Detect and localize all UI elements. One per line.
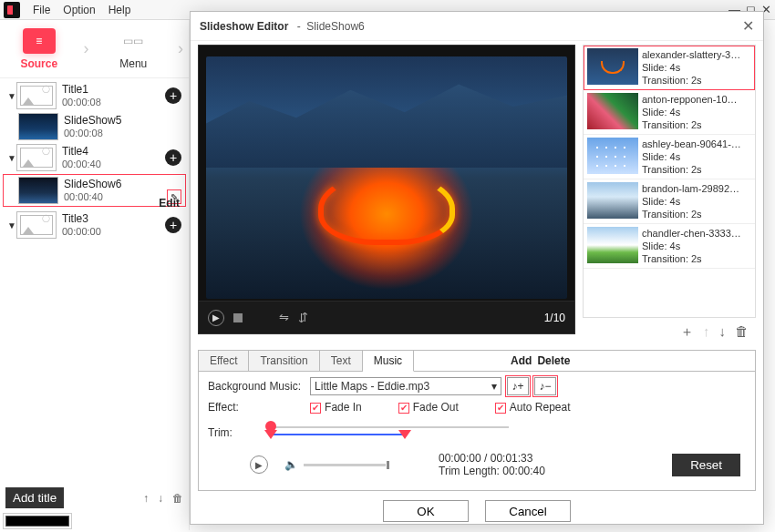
disclosure-icon[interactable]: ▼ [7,153,16,163]
slide-transition: Transition: 2s [642,252,741,265]
tab-music[interactable]: Music [363,351,414,372]
source-time: 00:00:40 [64,190,121,203]
effect-label: Effect: [208,401,301,414]
menu-help[interactable]: Help [108,4,131,16]
trim-slider[interactable] [242,419,746,446]
source-title-row[interactable]: ▼ Title4 00:00:40 + [4,142,185,173]
fade-out-checkbox[interactable]: ✔Fade Out [398,401,459,414]
slide-transition: Transition: 2s [642,74,740,87]
menu-file[interactable]: File [33,4,50,16]
add-delete-annotation: Add Delete [511,351,570,371]
preview-pane: ▶ ⇋ ⇵ 1/10 [198,45,575,346]
settings-tabs: Effect Transition Text Music Add Delete [199,351,755,372]
dialog-titlebar: Slideshow Editor - SlideShow6 ✕ [191,12,763,41]
tab-arrow-icon: › [78,20,95,77]
slide-thumb [587,93,638,129]
source-time: 00:00:40 [62,158,101,170]
slide-duration: Slide: 4s [642,106,738,118]
slide-counter: 1/10 [544,312,565,324]
move-down-icon[interactable]: ↓ [158,492,163,505]
source-time: 00:00:08 [64,127,121,139]
disclosure-icon[interactable]: ▼ [7,220,16,230]
flip-vertical-icon[interactable]: ⇵ [298,311,308,324]
slide-filename: brandon-lam-29892… [642,182,739,195]
slide-filename: ashley-bean-90641-… [642,138,741,150]
app-logo-icon [4,2,20,18]
bgm-select[interactable]: Little Maps - Eddie.mp3 ▾ [310,377,501,395]
volume-control[interactable]: 🔈 [284,458,386,471]
source-title-row[interactable]: ▼ Title1 00:00:08 + [4,80,185,111]
slide-list-item[interactable]: alexander-slattery-3…Slide: 4sTransition… [584,46,755,90]
timeline-strip[interactable] [5,516,69,527]
fade-in-checkbox[interactable]: ✔Fade In [310,401,362,414]
ok-button[interactable]: OK [383,500,469,522]
delete-music-button[interactable]: ♪− [534,377,556,395]
speaker-icon: 🔈 [284,458,298,471]
source-time: 00:00:08 [62,96,101,108]
tab-menu-label: Menu [119,57,147,70]
tab-effect[interactable]: Effect [199,351,249,371]
preview-player: ▶ ⇋ ⇵ 1/10 [198,45,575,334]
source-list: ▼ Title1 00:00:08 + SlideShow5 00:00:08 … [0,78,189,242]
tab-menu[interactable]: ▭▭ Menu [95,20,173,77]
edit-annotation: Edit [159,197,180,210]
tab-source[interactable]: ≡ Source [0,20,78,77]
close-icon[interactable]: ✕ [742,17,754,35]
slide-info: anton-repponen-10…Slide: 4sTransition: 2… [642,93,738,131]
add-music-button[interactable]: ♪+ [507,377,529,395]
source-time: 00:00:00 [62,225,101,238]
tab-text[interactable]: Text [320,351,363,371]
trim-marker-left[interactable] [264,430,277,439]
reset-button[interactable]: Reset [672,454,740,476]
trim-label: Trim: [208,426,232,439]
dialog-footer: OK Cancel [191,491,763,527]
add-icon[interactable]: + [165,87,181,104]
stop-icon[interactable] [233,313,243,322]
add-icon[interactable]: + [165,149,181,166]
tab-transition[interactable]: Transition [249,351,319,371]
slide-thumb [18,177,58,204]
move-slide-down-icon[interactable]: ↓ [719,323,727,341]
sidebar-footer: Add title ↑ ↓ 🗑 [5,487,183,508]
add-slide-icon[interactable]: ＋ [680,323,694,341]
slide-info: brandon-lam-29892…Slide: 4sTransition: 2… [642,182,739,220]
slide-list-item[interactable]: ashley-bean-90641-…Slide: 4sTransition: … [584,135,755,179]
menu-option[interactable]: Option [63,4,95,16]
slide-info: chandler-chen-3333…Slide: 4sTransition: … [642,227,741,265]
flip-horizontal-icon[interactable]: ⇋ [279,311,289,324]
add-icon[interactable]: + [165,217,181,233]
move-up-icon[interactable]: ↑ [143,492,149,505]
disclosure-icon[interactable]: ▼ [7,91,16,101]
source-slide-row[interactable]: SlideShow5 00:00:08 [4,111,185,142]
slide-duration: Slide: 4s [642,240,741,252]
delete-slide-icon[interactable]: 🗑 [735,323,749,341]
menu-icon: ▭▭ [117,28,150,54]
move-slide-up-icon[interactable]: ↑ [703,323,710,341]
slide-thumb [587,48,638,85]
trash-icon[interactable]: 🗑 [172,492,183,505]
source-slide-row-selected[interactable]: SlideShow6 00:00:40 ✎ [4,175,185,206]
slide-list-item[interactable]: brandon-lam-29892…Slide: 4sTransition: 2… [584,179,755,224]
auto-repeat-checkbox[interactable]: ✔Auto Repeat [495,401,571,414]
play-icon[interactable]: ▶ [208,310,224,326]
add-title-button[interactable]: Add title [5,487,64,508]
source-name: Title3 [62,212,101,225]
trim-marker-right[interactable] [398,430,411,439]
slide-thumb [587,227,638,263]
sidebar: ≡ Source › ▭▭ Menu › ▼ Title1 00:00:08 + [0,20,190,530]
preview-image [206,56,567,299]
preview-controls: ▶ ⇋ ⇵ 1/10 [199,301,574,333]
slide-list-item[interactable]: anton-repponen-10…Slide: 4sTransition: 2… [584,90,755,135]
trim-play-icon[interactable]: ▶ [250,455,268,474]
cancel-button[interactable]: Cancel [485,500,571,522]
slides-list[interactable]: alexander-slattery-3…Slide: 4sTransition… [583,45,756,318]
dropdown-icon: ▾ [491,380,497,393]
slide-filename: chandler-chen-3333… [642,227,741,240]
slide-duration: Slide: 4s [642,61,740,74]
slide-list-item[interactable]: chandler-chen-3333…Slide: 4sTransition: … [584,224,755,269]
volume-slider[interactable] [304,464,386,466]
source-name: SlideShow5 [64,114,121,127]
slide-info: alexander-slattery-3…Slide: 4sTransition… [642,48,740,87]
slide-filename: anton-repponen-10… [642,93,738,106]
source-title-row[interactable]: ▼ Title3 00:00:00 + Edit [4,210,185,240]
